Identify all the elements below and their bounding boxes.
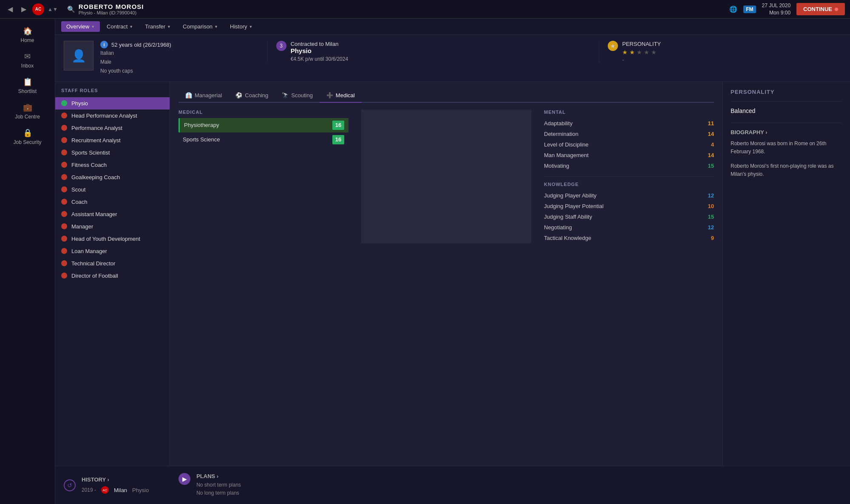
reputation-details: PERSONALITY ★ ★ ★ ★ ★ - [622,41,661,63]
role-item-loan-manager[interactable]: Loan Manager [55,245,170,257]
role-item-scout[interactable]: Scout [55,183,170,196]
biography-para2: Roberto Morosi's first non-playing role … [731,162,842,178]
main-body: STAFF ROLES PhysioHead Performance Analy… [55,82,850,466]
home-icon: 🏠 [23,26,32,36]
negotiating-value: 12 [704,224,714,231]
sidebar-item-jobcentre[interactable]: 💼 Job Centre [0,99,55,124]
tab-managerial[interactable]: 👔 Managerial [178,89,229,103]
coaching-icon: ⚽ [235,92,242,99]
tab-history[interactable]: History ▼ [225,21,258,32]
role-label: Performance Analyst [71,125,122,131]
role-item-head-performance-analyst[interactable]: Head Performance Analyst [55,110,170,122]
role-label: Scout [71,186,85,193]
tab-scouting[interactable]: 🔭 Scouting [275,89,320,103]
tactical-knowledge-value: 9 [704,235,714,241]
star-3-empty: ★ [637,49,642,56]
medical-icon: ➕ [326,92,333,99]
star-4-empty: ★ [644,49,649,56]
sidebar-item-inbox[interactable]: ✉ Inbox [0,48,55,73]
avatar: 👤 [64,41,94,70]
transfer-dropdown-icon: ▼ [167,25,171,29]
role-dot [61,248,67,254]
skills-columns: MEDICAL Physiotherapy 16 Sports Science … [178,110,714,243]
adaptability-label: Adaptability [544,120,704,127]
sidebar-item-shortlist[interactable]: 📋 Shortlist [0,73,55,99]
sidebar-label-home: Home [20,37,34,43]
contract-salary: €4.5K p/w until 30/6/2024 [291,56,348,62]
role-item-performance-analyst[interactable]: Performance Analyst [55,122,170,134]
tab-transfer[interactable]: Transfer ▼ [140,21,176,32]
skill-physiotherapy[interactable]: Physiotherapy 16 [178,118,348,132]
history-club-logo: AC [101,486,109,494]
role-dot [61,273,67,279]
biography-section: BIOGRAPHY › Roberto Morosi was born in R… [731,129,842,179]
plans-title[interactable]: PLANS › [196,473,241,479]
sidebar-item-home[interactable]: 🏠 Home [0,22,55,48]
medical-column: MEDICAL Physiotherapy 16 Sports Science … [178,110,348,243]
role-label: Head Performance Analyst [71,113,137,119]
role-item-manager[interactable]: Manager [55,220,170,233]
history-title[interactable]: HISTORY › [82,476,149,483]
history-entry-0: 2019 - AC Milan Physio [82,486,149,494]
sports-science-label: Sports Science [183,136,332,143]
tab-contract[interactable]: Contract ▼ [102,21,138,32]
skill-sports-science[interactable]: Sports Science 16 [178,132,348,147]
sidebar: 🏠 Home ✉ Inbox 📋 Shortlist 💼 Job Centre … [0,19,55,504]
role-label: Coach [71,199,88,205]
topbar-right: 🌐 FM 27 JUL 2020 Mon 9:00 CONTINUE [729,2,845,17]
role-item-head-of-youth-development[interactable]: Head of Youth Development [55,233,170,245]
topbar-left: ◀ ▶ AC ▲▼ 🔍 ROBERTO MOROSI Physio - Mila… [5,3,144,15]
role-dot [61,199,67,205]
tab-overview[interactable]: Overview ▼ [61,21,100,32]
role-label: Head of Youth Development [71,236,140,242]
sidebar-label-jobsecurity: Job Security [13,139,41,145]
globe-icon[interactable]: 🌐 [729,6,737,13]
role-item-fitness-coach[interactable]: Fitness Coach [55,159,170,171]
topbar-name-block: ROBERTO MOROSI Physio - Milan (ID:799004… [79,3,144,15]
forward-button[interactable]: ▶ [19,3,29,15]
role-item-assistant-manager[interactable]: Assistant Manager [55,208,170,220]
tab-comparison[interactable]: Comparison ▼ [178,21,223,32]
biography-title[interactable]: BIOGRAPHY › [731,129,842,135]
search-icon[interactable]: 🔍 [67,6,75,13]
role-item-goalkeeping-coach[interactable]: Goalkeeping Coach [55,171,170,183]
overview-dropdown-icon: ▼ [91,25,95,29]
skill-adaptability: Adaptability 11 [544,118,714,129]
history-role: Physio [132,487,149,493]
skill-tactical-knowledge: Tactical Knowledge 9 [544,233,714,243]
role-dot [61,137,67,143]
determination-label: Determination [544,131,704,137]
jobcentre-icon: 💼 [23,103,32,112]
back-button[interactable]: ◀ [5,3,15,15]
history-block: ↺ HISTORY › 2019 - AC Milan Physio [64,476,149,494]
role-dot [61,260,67,266]
middle-panel: 👔 Managerial ⚽ Coaching 🔭 Scouting ➕ Med… [170,82,722,466]
role-item-sports-scientist[interactable]: Sports Scientist [55,146,170,159]
profile-info-row: i 52 years old (26/2/1968) [100,41,256,48]
tab-medical[interactable]: ➕ Medical [320,89,362,103]
plans-content: PLANS › No short term plans No long term… [196,473,241,497]
role-item-recruitment-analyst[interactable]: Recruitment Analyst [55,134,170,146]
plans-icon: ▶ [178,473,190,485]
continue-button[interactable]: CONTINUE [796,3,845,15]
role-item-physio[interactable]: Physio [55,97,170,110]
sidebar-item-jobsecurity[interactable]: 🔒 Job Security [0,124,55,149]
jsa-value: 15 [704,214,714,220]
role-item-technical-director[interactable]: Technical Director [55,257,170,270]
role-item-coach[interactable]: Coach [55,196,170,208]
discipline-label: Level of Discipline [544,141,704,148]
role-label: Recruitment Analyst [71,137,121,144]
reputation-block: ★ PERSONALITY ★ ★ ★ ★ ★ - [599,41,842,63]
scouting-icon: 🔭 [282,92,289,99]
managerial-icon: 👔 [185,92,192,99]
contract-role: Physio [291,47,348,54]
skill-man-management: Man Management 14 [544,150,714,160]
role-label: Fitness Coach [71,162,107,168]
role-dot [61,125,67,131]
tab-coaching[interactable]: ⚽ Coaching [229,89,275,103]
comparison-dropdown-icon: ▼ [214,25,218,29]
topbar-utility-icons: 🌐 [729,6,737,13]
role-dot [61,100,67,106]
profile-info-block: i 52 years old (26/2/1968) Italian Male … [100,41,256,76]
role-item-director-of-football[interactable]: Director of Football [55,270,170,282]
